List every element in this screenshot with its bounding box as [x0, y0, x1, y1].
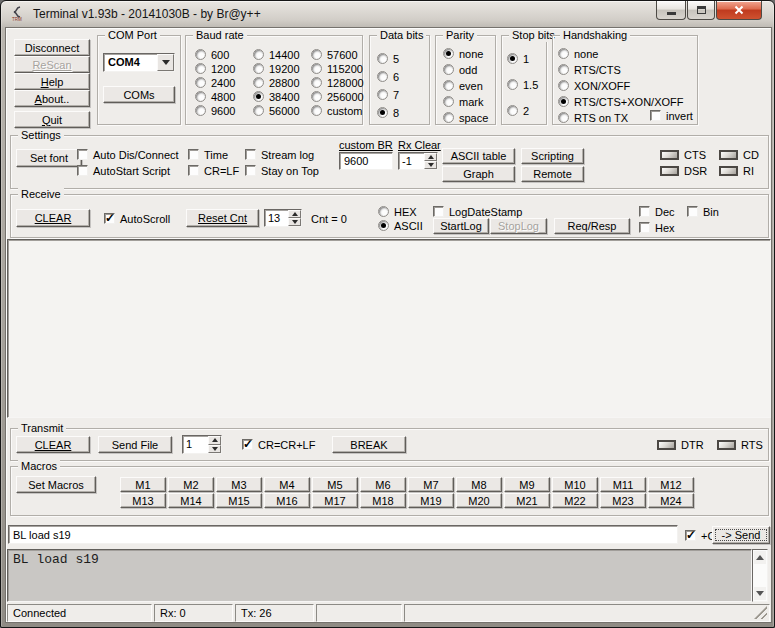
resize-grip[interactable] [754, 606, 767, 619]
send-file-button[interactable]: Send File [98, 436, 172, 453]
set-font-button[interactable]: Set font [16, 149, 82, 167]
transmit-history[interactable]: BL load s19 [7, 549, 752, 602]
cr-crlf-checkbox[interactable]: CR=CR+LF [242, 438, 315, 451]
quit-button[interactable]: Quit [14, 111, 90, 128]
receive-display[interactable] [7, 239, 771, 418]
about-button[interactable]: About.. [14, 90, 90, 107]
radio-baud-600[interactable]: 600 [195, 48, 229, 61]
radio-parity-even[interactable]: even [443, 79, 483, 92]
custom-br-input[interactable] [339, 152, 393, 170]
radio-hex-mode[interactable]: HEX [378, 205, 417, 218]
radio-baud-256000[interactable]: 256000 [311, 90, 364, 103]
macro-button-m2[interactable]: M2 [168, 477, 214, 492]
stream-log-checkbox[interactable]: Stream log [245, 148, 314, 161]
spin-up-icon[interactable] [424, 153, 437, 161]
radio-baud-1200[interactable]: 1200 [195, 62, 235, 75]
radio-databits-6[interactable]: 6 [377, 70, 399, 83]
macro-button-m18[interactable]: M18 [360, 493, 406, 508]
remote-button[interactable]: Remote [521, 166, 584, 182]
rx-clear-spinner[interactable]: -1 [398, 152, 438, 170]
spin-down-icon[interactable] [288, 218, 301, 226]
dropdown-arrow-icon[interactable] [157, 54, 174, 71]
send-button[interactable]: -> Send [712, 526, 770, 544]
stoplog-button[interactable]: StopLog [490, 218, 547, 234]
radio-handshake-xonxoff[interactable]: XON/XOFF [558, 79, 630, 92]
bin-checkbox[interactable]: Bin [687, 205, 719, 218]
radio-baud-19200[interactable]: 19200 [253, 62, 300, 75]
macro-button-m8[interactable]: M8 [456, 477, 502, 492]
macro-button-m4[interactable]: M4 [264, 477, 310, 492]
radio-parity-none[interactable]: none [443, 47, 483, 60]
transmit-history-scrollbar[interactable] [752, 549, 768, 602]
macro-button-m6[interactable]: M6 [360, 477, 406, 492]
help-button[interactable]: Help [14, 73, 90, 90]
macro-button-m12[interactable]: M12 [648, 477, 694, 492]
radio-baud-115200[interactable]: 115200 [311, 62, 363, 75]
maximize-button[interactable] [687, 1, 715, 20]
macro-button-m13[interactable]: M13 [120, 493, 166, 508]
macro-button-m21[interactable]: M21 [504, 493, 550, 508]
radio-ascii-mode[interactable]: ASCII [378, 219, 423, 232]
radio-baud-9600[interactable]: 9600 [195, 104, 235, 117]
hex-checkbox[interactable]: Hex [639, 221, 675, 234]
set-macros-button[interactable]: Set Macros [16, 476, 96, 493]
receive-clear-button[interactable]: CLEAR [16, 209, 90, 227]
radio-handshake-none[interactable]: none [558, 47, 598, 60]
radio-parity-space[interactable]: space [443, 111, 488, 124]
radio-handshake-rts-on-tx[interactable]: RTS on TX [558, 111, 628, 124]
macro-button-m16[interactable]: M16 [264, 493, 310, 508]
scroll-down-icon[interactable] [754, 587, 766, 600]
radio-parity-mark[interactable]: mark [443, 95, 483, 108]
com-port-select[interactable]: COM4 [103, 53, 175, 72]
minimize-button[interactable] [656, 1, 686, 20]
macro-button-m1[interactable]: M1 [120, 477, 166, 492]
spin-down-icon[interactable] [424, 161, 437, 169]
auto-dis-connect-checkbox[interactable]: Auto Dis/Connect [77, 148, 179, 161]
radio-baud-56000[interactable]: 56000 [253, 104, 300, 117]
spin-down-icon[interactable] [208, 445, 221, 454]
close-button[interactable] [716, 1, 762, 20]
transmit-clear-button[interactable]: CLEAR [16, 436, 90, 453]
radio-databits-5[interactable]: 5 [377, 52, 399, 65]
radio-baud-2400[interactable]: 2400 [195, 76, 235, 89]
disconnect-button[interactable]: Disconnect [14, 39, 90, 56]
radio-databits-8[interactable]: 8 [377, 106, 399, 119]
rts-indicator[interactable]: RTS [717, 438, 763, 451]
radio-baud-14400[interactable]: 14400 [253, 48, 300, 61]
stay-on-top-checkbox[interactable]: Stay on Top [245, 164, 319, 177]
radio-stopbits-1[interactable]: 1 [507, 52, 529, 65]
macro-button-m11[interactable]: M11 [600, 477, 646, 492]
ascii-table-button[interactable]: ASCII table [442, 148, 515, 164]
macro-button-m5[interactable]: M5 [312, 477, 358, 492]
reset-cnt-button[interactable]: Reset Cnt [186, 209, 259, 227]
radio-baud-custom[interactable]: custom [311, 104, 362, 117]
macro-button-m7[interactable]: M7 [408, 477, 454, 492]
autostart-script-checkbox[interactable]: AutoStart Script [77, 164, 170, 177]
invert-checkbox[interactable]: invert [650, 109, 693, 122]
dec-checkbox[interactable]: Dec [639, 205, 675, 218]
rx-counter-spinner[interactable]: 13 [264, 209, 302, 227]
macro-button-m9[interactable]: M9 [504, 477, 550, 492]
macro-button-m22[interactable]: M22 [552, 493, 598, 508]
spin-up-icon[interactable] [208, 436, 221, 445]
rescan-button[interactable]: ReScan [14, 56, 90, 73]
break-button[interactable]: BREAK [332, 436, 406, 453]
radio-baud-128000[interactable]: 128000 [311, 76, 364, 89]
graph-button[interactable]: Graph [442, 166, 515, 182]
spin-up-icon[interactable] [288, 210, 301, 218]
radio-baud-4800[interactable]: 4800 [195, 90, 235, 103]
radio-baud-28800[interactable]: 28800 [253, 76, 300, 89]
scripting-button[interactable]: Scripting [521, 148, 584, 164]
macro-button-m3[interactable]: M3 [216, 477, 262, 492]
radio-parity-odd[interactable]: odd [443, 63, 477, 76]
scroll-up-icon[interactable] [754, 551, 766, 564]
autoscroll-checkbox[interactable]: AutoScroll [104, 212, 170, 225]
dtr-indicator[interactable]: DTR [657, 438, 704, 451]
log-datestamp-checkbox[interactable]: LogDateStamp [433, 205, 522, 218]
startlog-button[interactable]: StartLog [433, 218, 489, 234]
radio-databits-7[interactable]: 7 [377, 88, 399, 101]
macro-button-m10[interactable]: M10 [552, 477, 598, 492]
macro-button-m23[interactable]: M23 [600, 493, 646, 508]
radio-stopbits-2[interactable]: 2 [507, 104, 529, 117]
cr-lf-checkbox[interactable]: CR=LF [188, 164, 239, 177]
